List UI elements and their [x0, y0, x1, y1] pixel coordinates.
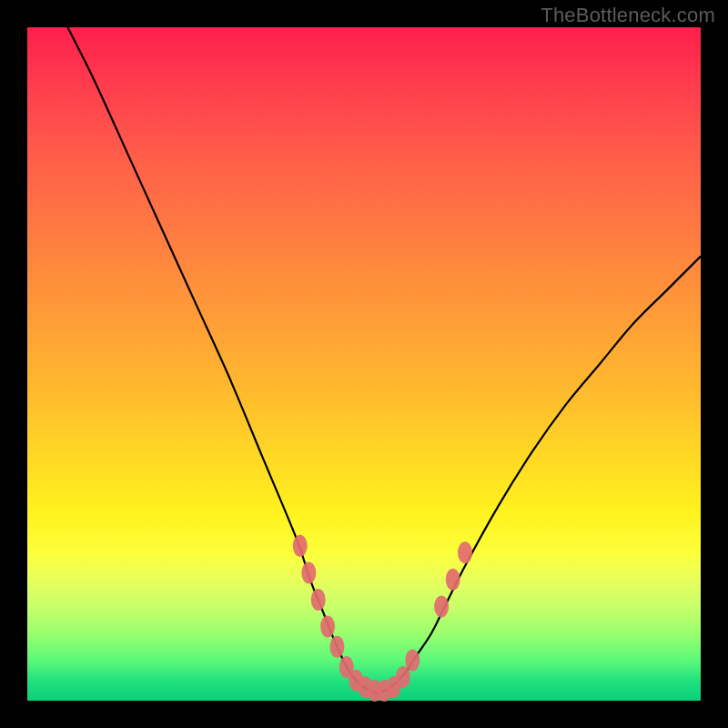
curve-marker — [434, 595, 449, 617]
curve-marker — [405, 650, 420, 672]
chart-frame: TheBottleneck.com — [0, 0, 728, 728]
curve-right-branch — [378, 257, 701, 694]
curve-marker — [320, 616, 335, 638]
curve-marker — [329, 636, 344, 658]
curve-marker — [446, 569, 460, 591]
curve-left-branch — [67, 27, 377, 694]
curve-marker — [396, 666, 410, 688]
plot-area — [27, 27, 701, 701]
attribution-watermark: TheBottleneck.com — [541, 4, 715, 27]
curve-marker — [301, 561, 316, 583]
curve-layer — [27, 27, 701, 701]
curve-marker — [311, 589, 326, 611]
curve-markers — [293, 535, 472, 702]
curve-marker — [458, 541, 472, 563]
curve-marker — [293, 535, 308, 557]
